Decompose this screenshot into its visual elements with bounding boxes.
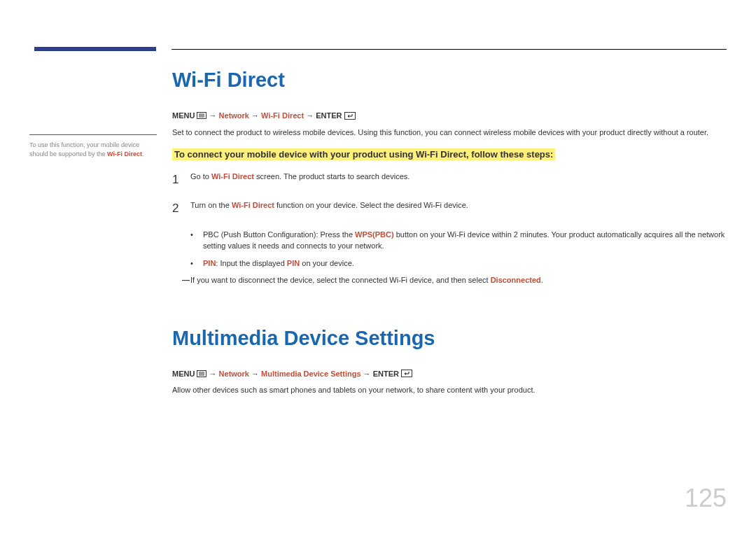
bullet-mid: : Input the displayed	[216, 259, 287, 267]
nav-mds: Multimedia Device Settings	[261, 370, 360, 378]
nav-arrow: →	[249, 370, 261, 378]
menu-icon	[197, 112, 206, 120]
step-body: Go to Wi-Fi Direct screen. The product s…	[190, 171, 727, 183]
menu-icon	[197, 370, 206, 379]
nav-menu: MENU	[172, 370, 195, 378]
bullet-body: PIN: Input the displayed PIN on your dev…	[203, 258, 354, 269]
step-item: 1 Go to Wi-Fi Direct screen. The product…	[172, 171, 727, 189]
nav-path-mds: MENU → Network → Multimedia Device Setti…	[172, 370, 727, 379]
nav-arrow: →	[361, 370, 373, 378]
nav-enter: ENTER	[316, 111, 342, 120]
section-title-wifi: Wi-Fi Direct	[172, 69, 727, 92]
main-content: Wi-Fi Direct MENU → Network → Wi-Fi Dire…	[172, 69, 727, 406]
intro-text-wifi: Set to connect the product to wireless m…	[172, 127, 727, 139]
svg-rect-4	[344, 112, 355, 119]
disconnect-note: ― If you want to disconnect the device, …	[172, 274, 727, 286]
sidebar-text-accent: Wi-Fi Direct	[107, 150, 142, 157]
nav-arrow: →	[249, 111, 261, 120]
note-dash: ―	[182, 274, 190, 286]
bullet-dot: •	[190, 229, 203, 252]
nav-arrow: →	[304, 111, 316, 120]
bullet-item: • PBC (Push Button Configuration): Press…	[190, 229, 727, 252]
step-pre: Go to	[190, 172, 211, 181]
step-post: function on your device. Select the desi…	[274, 201, 468, 209]
svg-rect-9	[402, 370, 412, 377]
bullet-body: PBC (Push Button Configuration): Press t…	[203, 229, 727, 252]
step-accent: Wi-Fi Direct	[232, 201, 274, 209]
highlight-text: To connect your mobile device with your …	[172, 148, 555, 160]
step-item: 2 Turn on the Wi-Fi Direct function on y…	[172, 199, 727, 218]
nav-network: Network	[219, 111, 249, 120]
nav-arrow: →	[209, 370, 219, 378]
step-number: 1	[172, 171, 190, 189]
header-rule	[172, 49, 727, 50]
intro-text-mds: Allow other devices such as smart phones…	[172, 384, 727, 396]
bullet-accent: WPS(PBC)	[355, 230, 394, 239]
step-body: Turn on the Wi-Fi Direct function on you…	[190, 199, 727, 211]
enter-icon	[401, 370, 412, 379]
bullet-item: • PIN: Input the displayed PIN on your d…	[190, 258, 727, 269]
nav-wifi: Wi-Fi Direct	[261, 111, 304, 120]
sidebar-text-post: .	[142, 150, 144, 157]
nav-menu: MENU	[172, 111, 195, 120]
header-accent-bar	[34, 47, 156, 51]
enter-icon	[344, 112, 356, 121]
page-number: 125	[685, 484, 727, 513]
bullet-accent1: PIN	[203, 259, 216, 267]
bullet-post: on your device.	[300, 259, 354, 267]
bullet-dot: •	[190, 258, 203, 269]
nav-arrow: →	[209, 111, 219, 120]
nav-enter: ENTER	[373, 370, 399, 378]
nav-network: Network	[219, 370, 249, 378]
note-post: .	[541, 276, 543, 284]
step-number: 2	[172, 199, 190, 218]
bullet-pre: PBC (Push Button Configuration): Press t…	[203, 230, 355, 239]
bullet-accent2: PIN	[287, 259, 300, 267]
sidebar-note: To use this function, your mobile device…	[29, 134, 157, 158]
step-pre: Turn on the	[190, 201, 232, 209]
note-accent: Disconnected	[491, 276, 541, 284]
highlight-container: To connect your mobile device with your …	[172, 148, 727, 162]
document-page: To use this function, your mobile device…	[0, 0, 756, 27]
nav-path-wifi: MENU → Network → Wi-Fi Direct → ENTER	[172, 111, 727, 121]
step-accent: Wi-Fi Direct	[211, 172, 254, 181]
bullet-list: • PBC (Push Button Configuration): Press…	[172, 229, 727, 269]
section-title-mds: Multimedia Device Settings	[172, 327, 727, 350]
note-pre: If you want to disconnect the device, se…	[190, 276, 491, 284]
steps-list: 1 Go to Wi-Fi Direct screen. The product…	[172, 171, 727, 218]
step-post: screen. The product starts to search dev…	[254, 172, 410, 181]
section-multimedia: Multimedia Device Settings MENU → Networ…	[172, 327, 727, 396]
note-body: If you want to disconnect the device, se…	[190, 274, 543, 286]
